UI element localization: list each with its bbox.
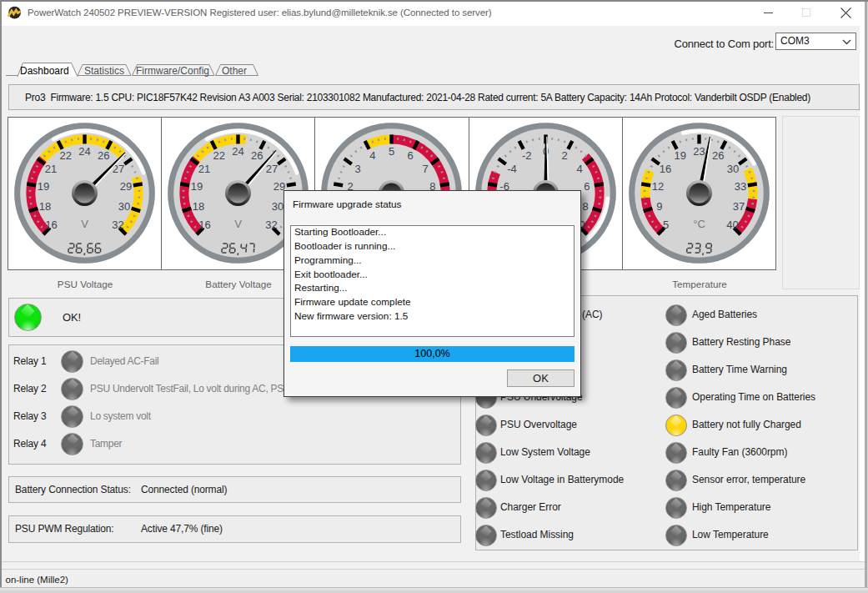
- svg-text:30: 30: [118, 200, 130, 213]
- svg-text:26: 26: [251, 149, 263, 162]
- svg-text:22: 22: [213, 149, 225, 162]
- svg-text:18: 18: [39, 200, 51, 213]
- svg-text:2: 2: [561, 149, 567, 162]
- svg-text:6: 6: [408, 149, 414, 162]
- svg-text:18: 18: [193, 200, 204, 213]
- svg-text:-4: -4: [507, 163, 517, 175]
- svg-text:8: 8: [582, 200, 588, 213]
- svg-text:5: 5: [663, 219, 669, 231]
- svg-text:30: 30: [727, 163, 739, 175]
- svg-text:22: 22: [60, 149, 72, 162]
- svg-text:24: 24: [232, 145, 243, 158]
- svg-text:37: 37: [733, 200, 745, 213]
- svg-text:21: 21: [198, 163, 210, 175]
- svg-text:3: 3: [355, 163, 361, 175]
- svg-text:9: 9: [656, 200, 662, 213]
- svg-text:32: 32: [112, 219, 123, 231]
- svg-text:30: 30: [272, 200, 283, 213]
- svg-text:32: 32: [265, 219, 277, 231]
- svg-text:-2: -2: [522, 149, 532, 162]
- svg-text:6: 6: [584, 180, 590, 193]
- svg-text:26: 26: [712, 149, 724, 162]
- svg-text:27: 27: [266, 163, 278, 175]
- svg-text:16: 16: [660, 163, 671, 175]
- svg-text:19: 19: [191, 180, 203, 193]
- svg-text:4: 4: [576, 163, 582, 175]
- svg-text:V: V: [234, 218, 242, 230]
- svg-text:33: 33: [734, 180, 745, 193]
- svg-text:19: 19: [38, 180, 49, 193]
- svg-text:26: 26: [98, 149, 109, 162]
- svg-text:40: 40: [726, 219, 738, 231]
- svg-text:21: 21: [45, 163, 57, 175]
- svg-text:°C: °C: [693, 218, 705, 230]
- svg-text:23: 23: [693, 145, 705, 158]
- svg-text:7: 7: [423, 163, 429, 175]
- svg-text:V: V: [81, 218, 88, 230]
- svg-text:5: 5: [389, 145, 394, 158]
- svg-text:29: 29: [120, 180, 132, 193]
- svg-text:16: 16: [45, 219, 57, 231]
- svg-text:12: 12: [652, 180, 664, 193]
- svg-text:19: 19: [674, 149, 685, 162]
- svg-text:4: 4: [370, 149, 376, 162]
- svg-text:24: 24: [78, 145, 90, 158]
- svg-text:16: 16: [198, 219, 210, 231]
